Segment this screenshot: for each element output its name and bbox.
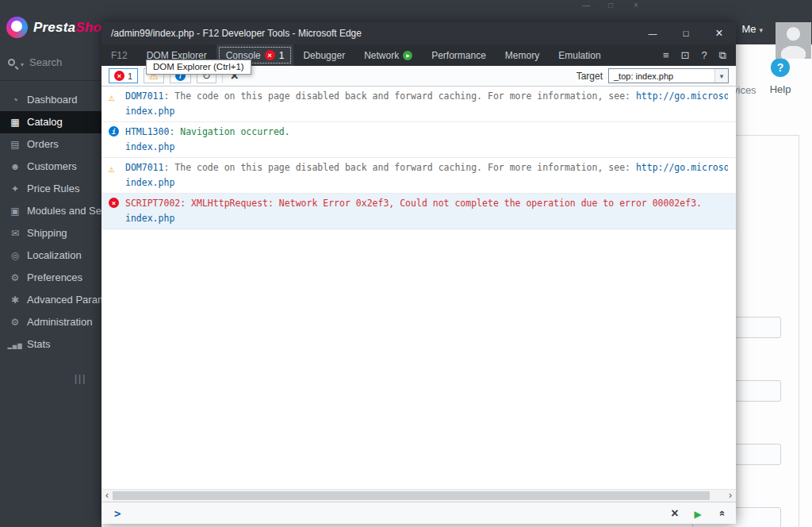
sidebar-item-modules[interactable]: Modules and Services: [0, 200, 102, 222]
sidebar-item-dashboard[interactable]: Dashboard: [0, 89, 102, 111]
select-caret-icon: [714, 69, 728, 83]
console-prompt: >: [114, 507, 121, 520]
console-message-info: HTML1300: Navigation occurred. index.php: [102, 122, 736, 158]
avatar[interactable]: [776, 22, 811, 59]
tab-debugger[interactable]: Debugger: [293, 44, 354, 66]
message-code: DOM7011: [125, 90, 163, 102]
sidebar-item-label: Orders: [27, 138, 59, 150]
message-text: : The code on this page disabled back an…: [163, 90, 635, 102]
preferences-icon: [7, 267, 23, 289]
horizontal-scrollbar: [102, 489, 736, 502]
help-button[interactable]: ? Help: [764, 58, 796, 95]
console-output: DOM7011: The code on this page disabled …: [102, 87, 736, 489]
tab-network[interactable]: Network: [354, 44, 422, 66]
search-type-caret-icon: [21, 56, 24, 70]
tab-f12[interactable]: F12: [102, 44, 137, 66]
tab-emulation[interactable]: Emulation: [549, 44, 610, 66]
devtools-window: /admin99/index.php - F12 Developer Tools…: [102, 22, 736, 524]
sidebar-item-customers[interactable]: Customers: [0, 156, 102, 178]
search-icon: [8, 59, 15, 66]
expand-input-icon[interactable]: [713, 510, 727, 516]
network-recording-icon: [403, 51, 412, 60]
search-placeholder: Search: [29, 56, 62, 68]
message-text: : The code on this page disabled back an…: [163, 162, 635, 173]
run-script-icon[interactable]: [695, 506, 702, 521]
info-icon: [109, 126, 119, 137]
error-filter-icon: [114, 71, 124, 81]
message-source[interactable]: index.php: [125, 175, 728, 190]
sidebar: Search Dashboard Catalog Orders Customer…: [0, 44, 102, 527]
message-link[interactable]: http://go.microsoft.com/: [636, 162, 728, 173]
sidebar-item-preferences[interactable]: Preferences: [0, 267, 102, 289]
sidebar-item-label: Modules and Services: [27, 205, 102, 217]
console-panel-icon[interactable]: [681, 49, 690, 61]
message-source[interactable]: index.php: [125, 104, 728, 118]
target-value: _top: index.php: [609, 71, 714, 81]
sidebar-item-administration[interactable]: Administration: [0, 311, 102, 333]
message-code: SCRIPT7002: [125, 198, 180, 209]
minimize-button[interactable]: —: [636, 22, 669, 44]
unpin-icon[interactable]: [719, 49, 726, 62]
scroll-left-arrow[interactable]: [102, 490, 113, 502]
sidebar-search[interactable]: Search: [0, 44, 102, 81]
maximize-button[interactable]: □: [669, 22, 703, 44]
warning-icon: [109, 90, 115, 105]
tab-label: Debugger: [303, 50, 345, 61]
clear-input-icon[interactable]: [671, 506, 678, 521]
console-command-bar: >: [102, 502, 736, 524]
error-count: 1: [128, 71, 132, 81]
me-menu[interactable]: Me: [741, 23, 763, 35]
collapse-menu-icon: [75, 371, 86, 384]
me-label: Me: [741, 23, 756, 35]
sidebar-item-catalog[interactable]: Catalog: [0, 111, 102, 133]
tab-label: Performance: [431, 50, 486, 61]
sidebar-item-label: Price Rules: [27, 183, 79, 194]
sidebar-item-stats[interactable]: Stats: [0, 333, 102, 356]
sidebar-item-label: Catalog: [27, 116, 63, 128]
orders-icon: [7, 133, 23, 156]
message-link[interactable]: http://go.microsoft.com/: [636, 90, 728, 102]
sidebar-item-localization[interactable]: Localization: [0, 244, 102, 267]
devtools-tab-icons: [663, 44, 736, 66]
sidebar-item-label: Shipping: [27, 227, 67, 239]
shipping-icon: [7, 222, 23, 244]
error-icon: [109, 198, 119, 208]
message-text: : XMLHttpRequest: Network Error 0x2ef3, …: [180, 198, 702, 209]
advanced-parameters-icon: [7, 289, 23, 311]
prestashop-logo-icon: [6, 17, 28, 38]
message-source[interactable]: index.php: [125, 140, 728, 154]
message-source[interactable]: index.php: [125, 211, 728, 225]
logo-presta: Presta: [33, 20, 75, 35]
tab-memory[interactable]: Memory: [496, 44, 549, 66]
scrollbar-thumb[interactable]: [113, 491, 710, 500]
target-label: Target: [576, 71, 603, 82]
devtools-help-icon[interactable]: [701, 49, 707, 61]
tab-performance[interactable]: Performance: [422, 44, 496, 66]
console-message-warning: DOM7011: The code on this page disabled …: [102, 158, 736, 194]
sidebar-item-price-rules[interactable]: Price Rules: [0, 178, 102, 200]
sidebar-item-label: Localization: [27, 249, 82, 261]
close-button[interactable]: ×: [703, 22, 736, 44]
scroll-right-arrow[interactable]: [725, 490, 736, 502]
logo-text: PrestaShop: [33, 20, 109, 36]
devtools-titlebar[interactable]: /admin99/index.php - F12 Developer Tools…: [102, 22, 736, 44]
error-badge-icon: [265, 50, 275, 60]
tab-label: Memory: [505, 50, 539, 61]
console-input[interactable]: [136, 502, 655, 524]
sidebar-item-shipping[interactable]: Shipping: [0, 222, 102, 244]
sidebar-item-advanced-parameters[interactable]: Advanced Parameters: [0, 289, 102, 311]
administration-icon: [7, 311, 23, 333]
sidebar-item-label: Dashboard: [27, 94, 78, 106]
prestashop-logo[interactable]: PrestaShop: [6, 17, 109, 38]
dock-icon[interactable]: [663, 49, 669, 61]
tab-label: Network: [364, 50, 399, 61]
message-text: : Navigation occurred.: [169, 126, 289, 137]
target-select[interactable]: _top: index.php: [608, 68, 729, 83]
filter-errors-button[interactable]: 1: [109, 68, 138, 83]
catalog-icon: [7, 111, 23, 133]
sidebar-item-orders[interactable]: Orders: [0, 133, 102, 156]
localization-icon: [7, 244, 23, 267]
collapse-sidebar-button[interactable]: [75, 371, 86, 385]
help-icon: ?: [771, 58, 790, 77]
dom-explorer-tooltip: DOM Explorer (Ctrl+1): [146, 60, 251, 75]
